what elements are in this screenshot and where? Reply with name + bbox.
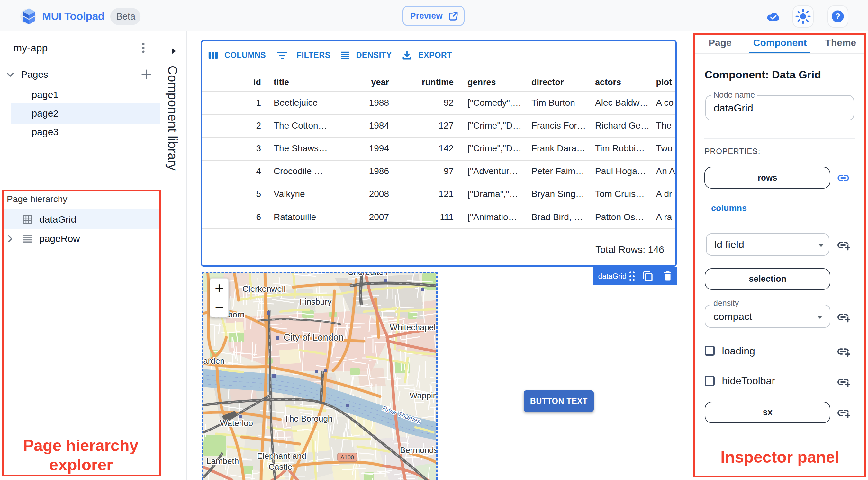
svg-text:Elephant and: Elephant and [257, 451, 306, 461]
svg-text:Garden: Garden [203, 356, 225, 365]
svg-text:Waterloo: Waterloo [220, 418, 253, 428]
svg-text:Wapping: Wapping [409, 391, 437, 400]
svg-text:Shoreditch: Shoreditch [348, 273, 388, 277]
svg-text:Whitechapel: Whitechapel [390, 323, 436, 332]
svg-text:?: ? [836, 12, 840, 21]
svg-text:Clerkenwell: Clerkenwell [242, 284, 285, 294]
svg-text:Bermondsey: Bermondsey [400, 445, 437, 455]
svg-text:Lambeth: Lambeth [207, 456, 239, 466]
svg-text:Finsbury: Finsbury [300, 297, 332, 307]
svg-text:Castle: Castle [269, 462, 292, 472]
svg-text:City of London: City of London [283, 332, 344, 343]
svg-text:A100: A100 [340, 454, 354, 461]
svg-text:The Borough: The Borough [284, 414, 333, 423]
